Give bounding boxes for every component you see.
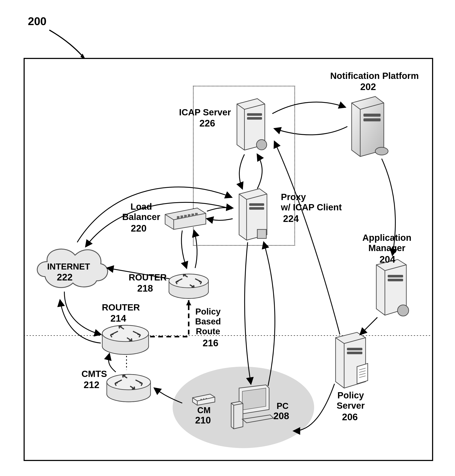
svg-marker-32 <box>186 300 191 305</box>
arrows-layer <box>0 0 455 476</box>
diagram-page: 200 Notification Platform 202 ICA <box>0 0 455 476</box>
